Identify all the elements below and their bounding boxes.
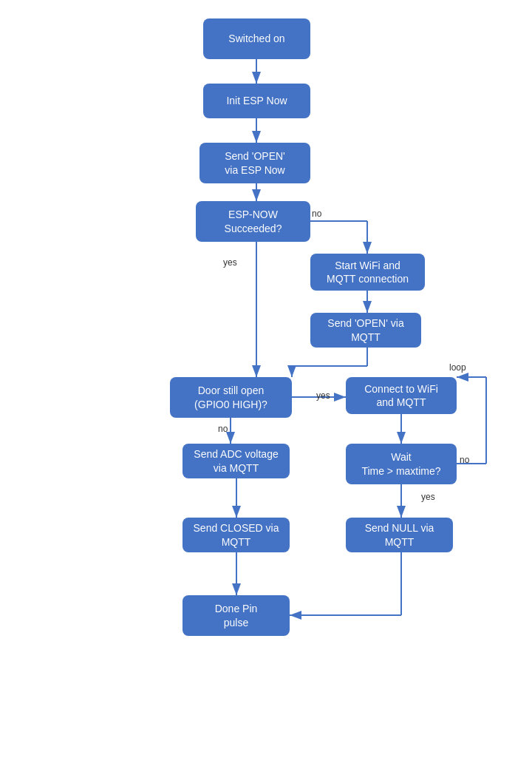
node-send-null: Send NULL via MQTT bbox=[346, 518, 453, 552]
node-door-open: Door still open (GPIO0 HIGH)? bbox=[170, 377, 292, 418]
node-send-adc: Send ADC voltage via MQTT bbox=[183, 444, 290, 478]
label-no3: no bbox=[460, 455, 469, 465]
label-no2: no bbox=[218, 424, 228, 434]
label-loop: loop bbox=[449, 362, 466, 373]
node-connect-wifi: Connect to WiFi and MQTT bbox=[346, 377, 457, 414]
node-wait-time: Wait Time > maxtime? bbox=[346, 444, 457, 484]
label-yes1: yes bbox=[223, 257, 237, 268]
label-no1: no bbox=[312, 209, 321, 219]
node-esp-succeeded: ESP-NOW Succeeded? bbox=[196, 201, 310, 242]
flowchart: Switched on Init ESP Now Send 'OPEN' via… bbox=[0, 0, 532, 769]
node-send-closed: Send CLOSED via MQTT bbox=[183, 518, 290, 552]
node-done: Done Pin pulse bbox=[183, 595, 290, 636]
label-yes2: yes bbox=[316, 390, 330, 401]
label-yes3: yes bbox=[421, 492, 435, 502]
node-send-open-esp: Send 'OPEN' via ESP Now bbox=[200, 143, 310, 183]
node-switched-on: Switched on bbox=[203, 18, 310, 59]
node-send-open-mqtt: Send 'OPEN' via MQTT bbox=[310, 313, 421, 348]
node-start-wifi: Start WiFi and MQTT connection bbox=[310, 254, 425, 291]
node-init-esp: Init ESP Now bbox=[203, 84, 310, 118]
